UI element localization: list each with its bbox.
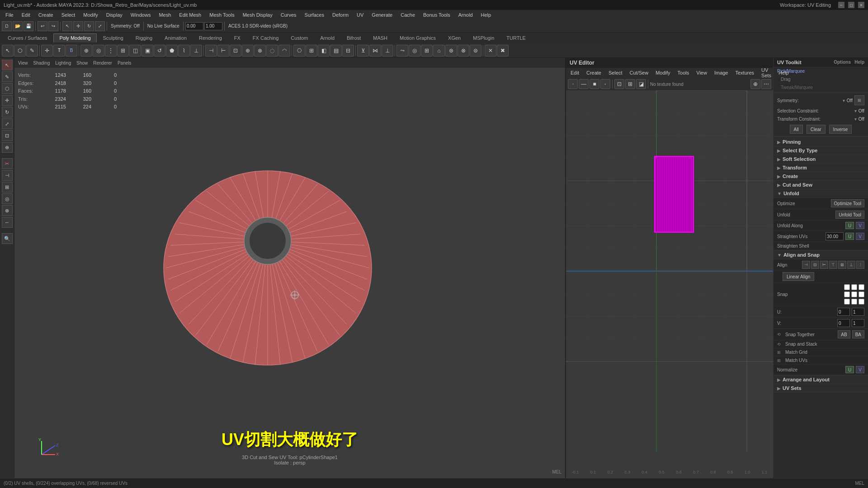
- tool-uv2-icon[interactable]: ⊞: [306, 45, 317, 56]
- menu-surfaces[interactable]: Surfaces: [301, 11, 328, 19]
- snap-u-val0-input[interactable]: [837, 308, 850, 316]
- menu-generate[interactable]: Generate: [368, 11, 396, 19]
- vp-panels-btn[interactable]: Panels: [116, 61, 133, 66]
- tb-move[interactable]: ✛: [73, 21, 83, 31]
- tool-bevel-icon[interactable]: ⌇: [178, 45, 190, 56]
- snap-cb1[interactable]: [844, 284, 850, 290]
- toolbar-value-input2[interactable]: [204, 22, 222, 30]
- select-by-type-section[interactable]: ▶ Select By Type: [774, 146, 868, 155]
- minimize-btn[interactable]: −: [838, 2, 844, 8]
- snap-u-val1-input[interactable]: [852, 308, 864, 316]
- menu-modify[interactable]: Modify: [80, 11, 101, 19]
- tb-scale[interactable]: ⤢: [95, 21, 105, 31]
- unfold-along-u-btn[interactable]: U: [845, 222, 854, 229]
- tool-x2-icon[interactable]: ✖: [497, 45, 509, 56]
- tool-proximity-icon[interactable]: ⊗: [458, 45, 469, 56]
- create-section[interactable]: ▶ Create: [774, 172, 868, 181]
- maximize-btn[interactable]: □: [848, 2, 854, 8]
- inverse-btn[interactable]: Inverse: [829, 125, 852, 134]
- tool-lattice-icon[interactable]: ⊞: [421, 45, 433, 56]
- snap-cb9[interactable]: [859, 299, 864, 305]
- vp-view-btn[interactable]: View: [16, 61, 30, 66]
- tool-uv-icon[interactable]: ⎔: [293, 45, 305, 56]
- align-center-v-btn[interactable]: ⊠: [838, 261, 846, 269]
- clear-btn[interactable]: Clear: [807, 125, 826, 134]
- tool-separate-icon[interactable]: ⊥: [382, 45, 393, 56]
- align-distribute-h-btn[interactable]: ⋮: [856, 261, 864, 269]
- uv-sets-section[interactable]: ▶ UV Sets: [774, 384, 868, 393]
- tool-extrude-icon[interactable]: ⊥: [190, 45, 202, 56]
- tb-open[interactable]: 📂: [13, 21, 23, 31]
- menu-bonus-tools[interactable]: Bonus Tools: [420, 11, 454, 19]
- uv-tb-vert[interactable]: ⬝: [568, 79, 578, 89]
- uv-menu-select[interactable]: Select: [606, 70, 625, 75]
- vp-show-btn[interactable]: Show: [75, 61, 90, 66]
- straighten-uvs-v-btn[interactable]: V: [856, 233, 864, 240]
- viewport-3d[interactable]: View Shading Lighting Show Renderer Pane…: [14, 58, 565, 478]
- snap-cb2[interactable]: [851, 284, 857, 290]
- menu-edit-mesh[interactable]: Edit Mesh: [175, 11, 205, 19]
- optimize-tool-btn[interactable]: Optimize Tool: [831, 199, 864, 207]
- uv-tb-grid[interactable]: ⊞: [625, 79, 635, 89]
- tool-box-icon[interactable]: B: [66, 45, 77, 56]
- side-select-btn[interactable]: ↖: [2, 60, 13, 70]
- tab-turtle[interactable]: TURTLE: [500, 33, 532, 42]
- unfold-tool-btn[interactable]: Unfold Tool: [835, 211, 864, 219]
- uv-tb-checker[interactable]: ◪: [636, 79, 646, 89]
- tool-snap-icon[interactable]: ⊕: [80, 45, 92, 56]
- uv-menu-tools[interactable]: Tools: [675, 70, 692, 75]
- all-btn[interactable]: All: [790, 125, 803, 134]
- tool-bridge-icon[interactable]: ⊣: [205, 45, 217, 56]
- tool-mesh2-icon[interactable]: ▣: [142, 45, 153, 56]
- soft-selection-section[interactable]: ▶ Soft Selection: [774, 155, 868, 164]
- tool-select-icon[interactable]: ↖: [2, 45, 14, 56]
- tool-append-icon[interactable]: ⊢: [217, 45, 229, 56]
- tab-sculpting[interactable]: Sculpting: [97, 33, 129, 42]
- vp-shading-btn[interactable]: Shading: [32, 61, 52, 66]
- tab-fx-caching[interactable]: FX Caching: [247, 33, 284, 42]
- side-search-btn[interactable]: 🔍: [2, 233, 13, 244]
- symmetry-icon-btn[interactable]: ⊞: [854, 95, 864, 105]
- snap-cb6[interactable]: [859, 291, 864, 297]
- vp-renderer-btn[interactable]: Renderer: [91, 61, 114, 66]
- side-tool11-btn[interactable]: ⊞: [2, 182, 13, 192]
- tool-uv5-icon[interactable]: ⊟: [342, 45, 354, 56]
- side-scale-btn[interactable]: ⤢: [2, 118, 13, 129]
- tab-msplugin[interactable]: MSPlugin: [467, 33, 500, 42]
- uv-tb-uv[interactable]: ◦: [600, 79, 610, 89]
- tool-edge-icon[interactable]: ⬟: [166, 45, 178, 56]
- menu-edit[interactable]: Edit: [18, 11, 34, 19]
- side-snap-btn[interactable]: ⊕: [2, 142, 13, 153]
- tool-paint-icon[interactable]: ✎: [26, 45, 38, 56]
- tool-text-icon[interactable]: T: [53, 45, 65, 56]
- uv-menu-cutsew[interactable]: Cut/Sew: [627, 70, 651, 75]
- tab-motion-graphics[interactable]: Motion Graphics: [394, 33, 442, 42]
- menu-windows[interactable]: Windows: [127, 11, 155, 19]
- tool-target-weld-icon[interactable]: ⊕: [242, 45, 254, 56]
- tb-undo[interactable]: ↩: [38, 21, 47, 31]
- align-left-btn[interactable]: ⊣: [802, 261, 810, 269]
- side-tool9-btn[interactable]: ✂: [2, 158, 13, 169]
- tool-wire-icon[interactable]: ⌂: [433, 45, 445, 56]
- close-btn[interactable]: ×: [858, 2, 864, 8]
- tb-save[interactable]: 💾: [24, 21, 33, 31]
- straighten-uvs-input[interactable]: [826, 232, 844, 240]
- side-rotate-btn[interactable]: ↻: [2, 107, 13, 117]
- normalize-u-btn[interactable]: U: [845, 366, 854, 373]
- tool-collapse-icon[interactable]: ⊗: [254, 45, 266, 56]
- tool-loop-icon[interactable]: ↺: [154, 45, 165, 56]
- menu-mesh-display[interactable]: Mesh Display: [239, 11, 276, 19]
- window-controls[interactable]: − □ ×: [838, 2, 864, 8]
- uv-tb-more[interactable]: ⋯: [761, 79, 771, 89]
- align-top-btn[interactable]: ⊤: [829, 261, 837, 269]
- uv-menu-image[interactable]: Image: [712, 70, 731, 75]
- tab-custom[interactable]: Custom: [285, 33, 314, 42]
- menu-mesh[interactable]: Mesh: [155, 11, 175, 19]
- menu-help[interactable]: Help: [477, 11, 495, 19]
- snap-v-val1-input[interactable]: [852, 319, 864, 327]
- snap-together-ab-btn[interactable]: AB: [838, 330, 850, 338]
- tab-bifrost[interactable]: Bifrost: [341, 33, 367, 42]
- tab-xgen[interactable]: XGen: [442, 33, 467, 42]
- arrange-layout-section[interactable]: ▶ Arrange and Layout: [774, 375, 868, 384]
- tb-select[interactable]: ↖: [62, 21, 72, 31]
